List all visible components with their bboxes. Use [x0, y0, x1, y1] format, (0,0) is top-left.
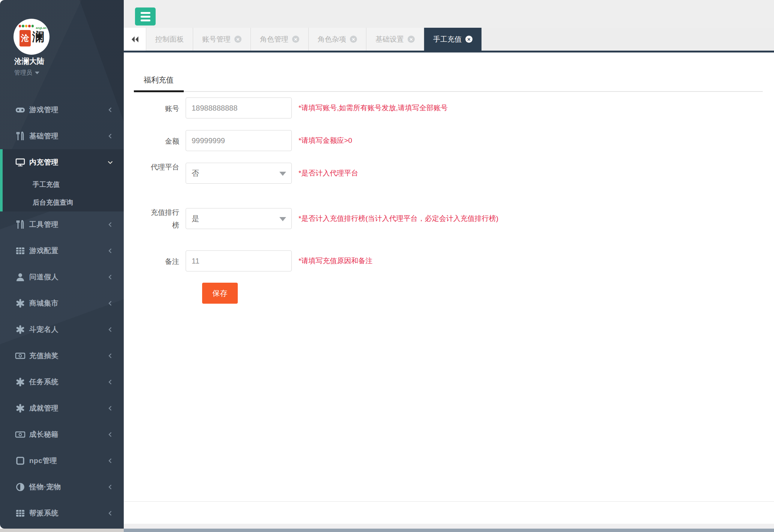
- sidebar-item-pet-battle-celebrity[interactable]: 斗宠名人: [0, 316, 124, 343]
- select-caret-icon: [279, 217, 286, 221]
- tab-account-management[interactable]: 账号管理 ×: [193, 28, 251, 51]
- content-bottom-border: [124, 501, 774, 502]
- tab-close-icon[interactable]: ×: [465, 36, 472, 43]
- app-logo: 沧 澜 angLan: [17, 25, 46, 48]
- asterisk-icon: [15, 403, 26, 414]
- main-content: 福利充值 账号 *请填写账号,如需所有账号发放,请填写全部账号 金额 *请填写金…: [124, 52, 774, 501]
- sidebar-menu: 游戏管理 基础管理 内充管理: [0, 97, 124, 526]
- tab-role-management[interactable]: 角色管理 ×: [251, 28, 309, 51]
- footer-band: [124, 524, 774, 529]
- tab-label: 手工充值: [433, 34, 462, 44]
- active-tab-underline: [134, 90, 184, 92]
- topbar: [124, 0, 774, 28]
- tab-role-misc[interactable]: 角色杂项 ×: [309, 28, 366, 51]
- tab-close-icon[interactable]: ×: [408, 36, 415, 43]
- chevron-left-icon: [107, 405, 113, 411]
- chevron-left-icon: [107, 248, 113, 254]
- select-caret-icon: [279, 172, 286, 176]
- recharge-ranking-label: 充值排行榜: [150, 206, 179, 232]
- amount-input[interactable]: [186, 130, 292, 151]
- tab-label: 角色杂项: [318, 34, 346, 44]
- tab-manual-recharge[interactable]: 手工充值 ×: [424, 28, 482, 51]
- logo-brand-text: angLan: [36, 26, 46, 30]
- sidebar-item-basic-management[interactable]: 基础管理: [0, 123, 124, 149]
- tabs-rewind-button[interactable]: [124, 28, 146, 51]
- sidebar-item-tool-management[interactable]: 工具管理: [0, 211, 124, 238]
- tab-strip: 控制面板 账号管理 × 角色管理 × 角色杂项 × 基础设置 × 手工充值 ×: [124, 28, 774, 52]
- sidebar-item-game-management[interactable]: 游戏管理: [0, 97, 124, 123]
- save-button[interactable]: 保存: [202, 283, 238, 304]
- gamepad-icon: [15, 105, 26, 115]
- sidebar-item-task-system[interactable]: 任务系统: [0, 369, 124, 395]
- scrollbar-thumb[interactable]: [124, 529, 774, 532]
- tab-close-icon[interactable]: ×: [292, 36, 299, 43]
- money-bill-icon: [15, 429, 26, 440]
- account-input[interactable]: [186, 97, 292, 118]
- sidebar-item-label: 怪物·宠物: [29, 482, 61, 492]
- sidebar-subitem-backend-recharge-query[interactable]: 后台充值查询: [3, 193, 124, 211]
- tab-control-panel[interactable]: 控制面板: [146, 28, 193, 51]
- caret-down-icon: [35, 72, 39, 74]
- chevron-left-icon: [107, 353, 113, 359]
- sidebar-item-growth-manual[interactable]: 成长秘籍: [0, 421, 124, 448]
- sidebar-item-guild-system[interactable]: 帮派系统: [0, 500, 124, 526]
- account-hint: *请填写账号,如需所有账号发放,请填写全部账号: [298, 97, 448, 118]
- avatar[interactable]: 沧 澜 angLan: [14, 19, 50, 55]
- chevron-left-icon: [107, 327, 113, 333]
- sidebar-item-label: 工具管理: [29, 220, 58, 229]
- panel-tab-border: [134, 91, 763, 92]
- recharge-ranking-select[interactable]: 是: [186, 208, 292, 229]
- sidebar-item-monster-pet[interactable]: 怪物·宠物: [0, 474, 124, 500]
- chevron-down-icon: [107, 159, 113, 165]
- chevron-left-icon: [107, 432, 113, 438]
- remark-input[interactable]: [186, 250, 292, 271]
- table-icon: [15, 508, 26, 519]
- logo-seal: 沧: [20, 30, 31, 46]
- chevron-left-icon: [107, 458, 113, 464]
- sidebar-item-label: 问道假人: [29, 272, 58, 282]
- logo-char: 澜: [32, 31, 44, 43]
- utensils-icon: [15, 131, 26, 141]
- square-outline-icon: [15, 456, 26, 466]
- tab-label: 基础设置: [375, 34, 404, 44]
- chevron-left-icon: [107, 484, 113, 490]
- sidebar-item-label: 商城集市: [29, 298, 58, 308]
- agent-platform-label: 代理平台: [150, 161, 179, 174]
- user-role-dropdown[interactable]: 管理员: [14, 69, 39, 77]
- double-chevron-left-icon: [131, 36, 139, 43]
- asterisk-icon: [15, 377, 26, 387]
- sidebar-item-label: 成就管理: [29, 403, 58, 413]
- select-value: 是: [192, 214, 199, 224]
- remark-label: 备注: [150, 255, 179, 268]
- amount-hint: *请填写金额应>0: [298, 130, 352, 151]
- user-icon: [15, 272, 26, 282]
- recharge-ranking-hint: *是否计入充值排行榜(当计入代理平台，必定会计入充值排行榜): [298, 208, 498, 229]
- tab-basic-settings[interactable]: 基础设置 ×: [366, 28, 424, 51]
- sidebar-item-game-config[interactable]: 游戏配置: [0, 238, 124, 264]
- tab-welfare-recharge[interactable]: 福利充值: [144, 75, 174, 85]
- sidebar-item-recharge-management[interactable]: 内充管理: [0, 149, 124, 175]
- sidebar-item-label: npc管理: [29, 456, 57, 466]
- sidebar-subitem-manual-recharge[interactable]: 手工充值: [3, 175, 124, 193]
- sidebar-item-label: 帮派系统: [29, 508, 58, 518]
- tab-close-icon[interactable]: ×: [350, 36, 357, 43]
- user-role-label: 管理员: [14, 69, 32, 77]
- sidebar-item-dummy-player[interactable]: 问道假人: [0, 264, 124, 290]
- sidebar-item-achievement-management[interactable]: 成就管理: [0, 395, 124, 421]
- chevron-left-icon: [107, 379, 113, 385]
- asterisk-icon: [15, 324, 26, 335]
- tab-label: 角色管理: [260, 34, 288, 44]
- user-panel: 沧 澜 angLan 沧澜大陆 管理员: [0, 0, 124, 86]
- horizontal-scrollbar[interactable]: [0, 529, 774, 532]
- chevron-left-icon: [107, 107, 113, 113]
- monitor-icon: [15, 157, 26, 168]
- sidebar-item-recharge-lottery[interactable]: 充值抽奖: [0, 343, 124, 369]
- sidebar-item-mall-market[interactable]: 商城集市: [0, 290, 124, 316]
- sidebar-item-npc-management[interactable]: npc管理: [0, 448, 124, 474]
- agent-platform-select[interactable]: 否: [186, 163, 292, 184]
- tab-close-icon[interactable]: ×: [234, 36, 242, 43]
- chevron-left-icon: [107, 510, 113, 516]
- sidebar-toggle-button[interactable]: [135, 7, 156, 25]
- sidebar-item-label: 充值抽奖: [29, 351, 58, 361]
- tab-label: 控制面板: [155, 34, 184, 44]
